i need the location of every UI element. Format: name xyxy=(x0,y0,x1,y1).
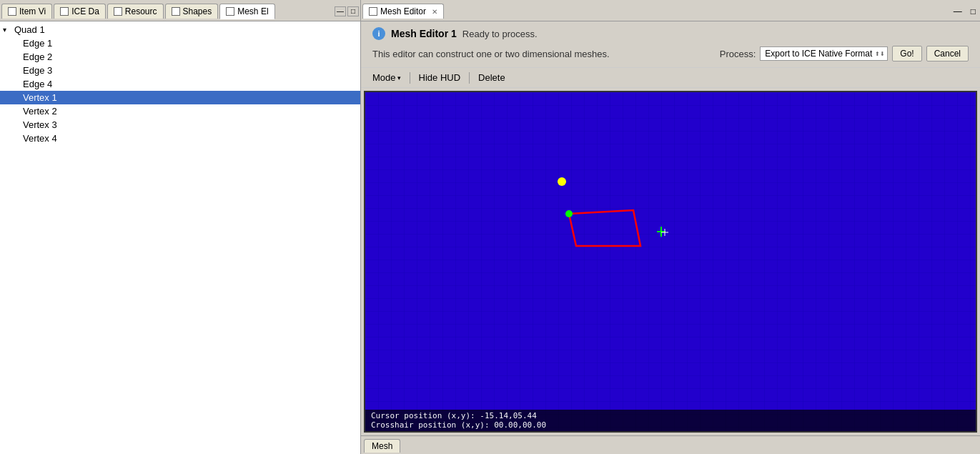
bottom-tab-mesh[interactable]: Mesh xyxy=(364,439,400,453)
editor-description-row: This editor can construct one or two dim… xyxy=(361,46,980,67)
tree-item-vertex2-label: Vertex 2 xyxy=(23,106,57,117)
canvas-status-labels: Cursor position (x,y): -15.14,05.44 Cros… xyxy=(365,410,976,431)
editor-status: Ready to process. xyxy=(462,29,538,39)
mesh-grid-svg xyxy=(365,92,976,431)
tab-mesh-el-icon xyxy=(226,7,234,16)
tab-item-vi[interactable]: Item Vi xyxy=(1,4,52,19)
editor-content: i Mesh Editor 1 Ready to process. This e… xyxy=(361,21,980,454)
tab-resource-icon xyxy=(114,7,122,16)
crosshair-position-label: Crosshair position (x,y): 00.00,00.00 xyxy=(371,420,970,430)
tree-item-edge3-label: Edge 3 xyxy=(23,65,52,76)
tab-mesh-editor-label: Mesh Editor xyxy=(380,6,426,16)
tree-item-vertex4-label: Vertex 4 xyxy=(23,133,57,144)
chevron-down-icon: ▾ xyxy=(3,26,11,34)
tree-item-edge2-label: Edge 2 xyxy=(23,51,52,62)
process-select[interactable]: Export to ICE Native FormatExport to Oth… xyxy=(760,46,888,61)
tree-item-edge1-label: Edge 1 xyxy=(23,38,52,49)
toolbar-separator-1 xyxy=(410,72,410,84)
left-tab-bar: Item Vi ICE Da Resourc Shapes Mesh El — … xyxy=(0,0,360,21)
editor-header: i Mesh Editor 1 Ready to process. xyxy=(361,21,980,46)
tab-ice-da[interactable]: ICE Da xyxy=(54,4,106,19)
tree-item-edge3[interactable]: Edge 3 xyxy=(0,64,360,77)
tree-view: ▾ Quad 1 Edge 1 Edge 2 Edge 3 Edge 4 Ver… xyxy=(0,21,360,454)
tree-item-vertex1[interactable]: Vertex 1 xyxy=(0,91,360,104)
right-minimize-button[interactable]: — xyxy=(951,6,965,17)
cursor-position-label: Cursor position (x,y): -15.14,05.44 xyxy=(371,411,970,420)
tab-resource-label: Resourc xyxy=(125,6,157,16)
tab-mesh-el[interactable]: Mesh El xyxy=(219,4,274,19)
mode-button[interactable]: Mode ▾ xyxy=(367,71,407,84)
info-icon: i xyxy=(372,27,385,40)
right-maximize-button[interactable]: □ xyxy=(968,6,979,17)
toolbar-separator-2 xyxy=(469,72,470,84)
process-area: Process: Export to ICE Native FormatExpo… xyxy=(720,46,969,61)
left-tab-controls: — □ xyxy=(335,6,359,16)
left-maximize-button[interactable]: □ xyxy=(347,6,359,16)
tree-item-edge1[interactable]: Edge 1 xyxy=(0,36,360,50)
tab-close-icon[interactable]: ✕ xyxy=(432,8,437,16)
mesh-canvas-container[interactable]: Cursor position (x,y): -15.14,05.44 Cros… xyxy=(364,91,977,433)
editor-title: Mesh Editor 1 xyxy=(391,28,457,39)
mesh-grid-canvas: Cursor position (x,y): -15.14,05.44 Cros… xyxy=(365,92,976,431)
tree-item-vertex3[interactable]: Vertex 3 xyxy=(0,118,360,132)
tab-shapes-icon xyxy=(172,7,180,16)
editor-toolbar: Mode ▾ Hide HUD Delete xyxy=(361,67,980,88)
process-select-wrapper: Export to ICE Native FormatExport to Oth… xyxy=(760,46,888,61)
tree-item-vertex2[interactable]: Vertex 2 xyxy=(0,104,360,118)
delete-button[interactable]: Delete xyxy=(472,71,511,84)
tree-item-edge4[interactable]: Edge 4 xyxy=(0,77,360,91)
vertex-yellow-dot xyxy=(558,177,566,186)
tab-mesh-editor[interactable]: Mesh Editor ✕ xyxy=(362,4,444,19)
tab-mesh-el-label: Mesh El xyxy=(237,6,268,16)
left-minimize-button[interactable]: — xyxy=(335,6,346,16)
vertex-green-dot xyxy=(565,210,573,217)
tree-item-vertex1-label: Vertex 1 xyxy=(23,92,57,103)
tree-item-edge2[interactable]: Edge 2 xyxy=(0,50,360,64)
right-bottom-tab-bar: Mesh xyxy=(361,435,980,454)
right-tab-controls: — □ xyxy=(951,6,979,17)
right-tab-bar: Mesh Editor ✕ — □ xyxy=(361,0,980,21)
tab-item-vi-icon xyxy=(8,7,16,16)
svg-rect-2 xyxy=(365,92,976,431)
hide-hud-label: Hide HUD xyxy=(419,72,461,83)
editor-desc-text: This editor can construct one or two dim… xyxy=(372,49,610,59)
mode-label: Mode xyxy=(372,72,396,83)
tab-shapes-label: Shapes xyxy=(183,6,212,16)
tab-item-vi-label: Item Vi xyxy=(19,6,46,16)
cancel-button[interactable]: Cancel xyxy=(926,46,969,61)
process-label: Process: xyxy=(720,49,756,59)
tab-ice-da-icon xyxy=(60,7,69,16)
tree-item-edge4-label: Edge 4 xyxy=(23,79,52,89)
tree-item-quad1-label: Quad 1 xyxy=(14,24,45,35)
tree-item-quad1[interactable]: ▾ Quad 1 xyxy=(0,23,360,36)
hide-hud-button[interactable]: Hide HUD xyxy=(413,71,467,84)
tab-resource[interactable]: Resourc xyxy=(107,4,164,19)
tree-item-vertex3-label: Vertex 3 xyxy=(23,119,57,130)
tab-shapes[interactable]: Shapes xyxy=(165,4,219,19)
tab-ice-da-label: ICE Da xyxy=(71,6,99,16)
delete-label: Delete xyxy=(478,72,505,83)
tab-mesh-editor-icon xyxy=(369,7,377,16)
tree-item-vertex4[interactable]: Vertex 4 xyxy=(0,132,360,145)
mode-dropdown-icon: ▾ xyxy=(397,74,401,82)
go-button[interactable]: Go! xyxy=(892,46,921,61)
